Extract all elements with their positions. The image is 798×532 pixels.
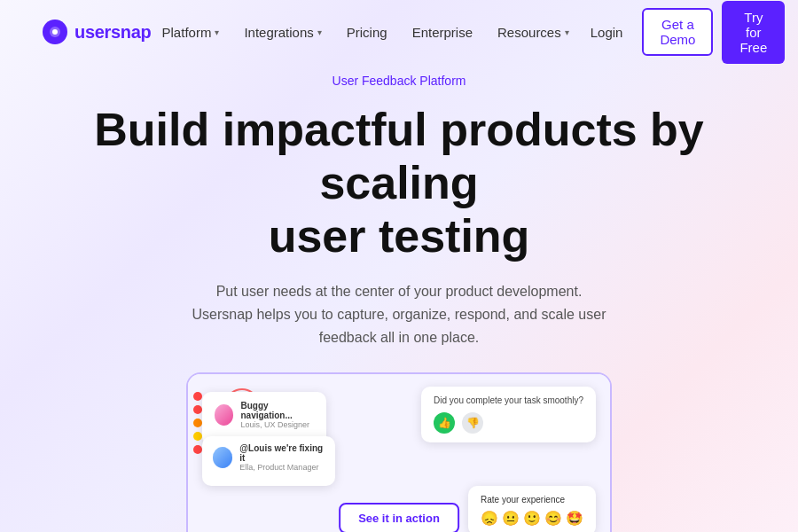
hero-section: User Feedback Platform Build impactful p… [0, 64, 798, 414]
thumbs-row: 👍 👎 [434, 412, 583, 434]
emoji-4: 😊 [544, 510, 562, 527]
dot-orange [193, 419, 202, 427]
task-card: Did you complete your task smoothly? 👍 👎 [421, 387, 596, 442]
feedback-card-2: @Louis we're fixing it Ella, Product Man… [202, 436, 335, 486]
hero-badge: User Feedback Platform [332, 74, 466, 88]
feedback-header-2: @Louis we're fixing it Ella, Product Man… [213, 443, 325, 472]
try-free-button[interactable]: Try for Free [722, 1, 785, 64]
dot-red3 [193, 445, 202, 454]
emoji-3: 🙂 [523, 510, 541, 527]
nav-actions: Login Get a Demo Try for Free [580, 1, 786, 64]
get-demo-button[interactable]: Get a Demo [642, 8, 713, 56]
feedback-text-1: Buggy navigation... [240, 401, 314, 420]
dot-column [193, 392, 202, 454]
dot-red2 [193, 405, 202, 414]
nav-resources[interactable]: Resources ▾ [487, 20, 580, 45]
thumb-up-icon: 👍 [434, 412, 455, 434]
feedback-sub-1: Louis, UX Designer [240, 420, 314, 429]
hero-subtitle: Put user needs at the center of your pro… [186, 280, 612, 348]
logo[interactable]: usersnap [43, 20, 152, 44]
dot-yellow [193, 432, 202, 441]
emoji-1: 😞 [481, 510, 498, 527]
hero-title: Build impactful products by scaling user… [89, 104, 709, 262]
preview-inner: Buggy navigation... Louis, UX Designer @… [188, 374, 610, 532]
task-question: Did you complete your task smoothly? [434, 395, 583, 405]
emoji-2: 😐 [502, 510, 520, 527]
feedback-info-2: @Louis we're fixing it Ella, Product Man… [239, 443, 325, 472]
see-action-button[interactable]: See it in action [339, 503, 459, 532]
login-button[interactable]: Login [580, 20, 634, 45]
dot-red [193, 392, 202, 401]
nav-pricing[interactable]: Pricing [336, 20, 398, 45]
nav-enterprise[interactable]: Enterprise [402, 20, 483, 45]
feedback-header-1: Buggy navigation... Louis, UX Designer [215, 401, 314, 429]
nav-platform[interactable]: Platform ▾ [152, 20, 231, 45]
navbar: usersnap Platform ▾ Integrations ▾ Prici… [0, 0, 798, 64]
logo-text: usersnap [74, 22, 152, 43]
avatar-1 [215, 404, 233, 426]
logo-icon [43, 20, 67, 44]
feedback-text-2: @Louis we're fixing it [239, 443, 325, 463]
resources-chevron-icon: ▾ [565, 27, 569, 37]
emoji-row: 😞 😐 🙂 😊 🤩 [481, 510, 583, 527]
nav-links: Platform ▾ Integrations ▾ Pricing Enterp… [152, 20, 580, 45]
avatar-2 [213, 447, 232, 468]
feedback-info-1: Buggy navigation... Louis, UX Designer [240, 401, 314, 429]
product-preview: Buggy navigation... Louis, UX Designer @… [186, 372, 612, 532]
feedback-sub-2: Ella, Product Manager [239, 463, 325, 472]
integrations-chevron-icon: ▾ [317, 27, 322, 37]
svg-point-1 [52, 29, 58, 35]
thumb-down-icon: 👎 [462, 412, 483, 434]
platform-chevron-icon: ▾ [215, 27, 219, 37]
emoji-5: 🤩 [566, 510, 583, 527]
rate-title: Rate your experience [481, 495, 583, 505]
nav-integrations[interactable]: Integrations ▾ [233, 20, 332, 45]
rate-card: Rate your experience 😞 😐 🙂 😊 🤩 [468, 486, 596, 532]
